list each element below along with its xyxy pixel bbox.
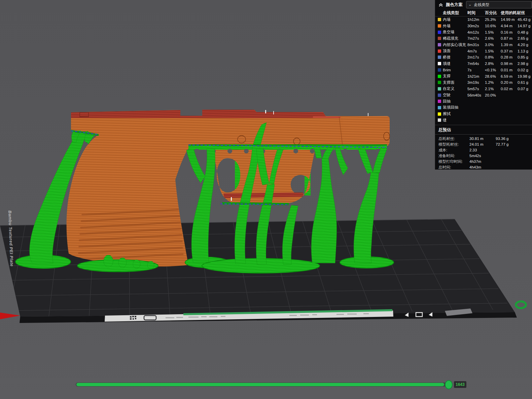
support-nub: [133, 260, 140, 268]
line-type-swatch: [438, 62, 441, 65]
line-type-row[interactable]: 内墙1h12m25.3%14.99 m45.43 g: [435, 16, 532, 23]
top-surface-band: [67, 107, 326, 118]
support-tree: [311, 158, 336, 263]
line-type-row[interactable]: 填缝7m54s2.8%0.98 m2.98 g: [435, 61, 532, 67]
line-type-swatch: [438, 100, 441, 103]
col-line-type: 走线类型: [443, 10, 467, 16]
view-type-dropdown[interactable]: ⌄ 走线类型: [466, 1, 532, 8]
panel-title: 颜色方案: [446, 2, 463, 8]
line-type-swatch: [438, 118, 441, 122]
totals-row: 总时间:4h43m: [435, 165, 532, 170]
line-type-table-header: 走线类型 时间 百分比 使用的耗材丝: [435, 9, 532, 16]
line-type-row[interactable]: 回抽: [435, 98, 532, 105]
support-tree: [358, 148, 373, 174]
line-type-row[interactable]: 稀疏填充7m27s2.6%0.87 m2.65 g: [435, 35, 532, 42]
plate-marker-ring-icon: [516, 301, 526, 308]
support-tree: [186, 149, 205, 183]
line-type-swatch: [438, 43, 441, 46]
collapse-panel-icon[interactable]: [438, 2, 443, 7]
layer-range-slider[interactable]: [76, 383, 447, 387]
support-nub: [104, 255, 113, 267]
pin-boss: [238, 136, 246, 143]
layer-number-badge: 1643: [454, 381, 466, 388]
line-type-row[interactable]: 缝: [435, 117, 532, 123]
line-type-swatch: [438, 81, 441, 84]
line-type-row[interactable]: 装填回抽: [435, 105, 532, 111]
support-tree: [373, 148, 387, 173]
line-type-swatch: [438, 112, 441, 116]
line-type-row[interactable]: 支撑面3m19s1.2%0.20 m0.61 g: [435, 79, 532, 86]
totals-row: 模型打印时间:4h37m: [435, 159, 532, 165]
col-time: 时间: [467, 10, 485, 16]
support-nub: [118, 258, 127, 268]
totals-row: 成本:2.33: [435, 147, 532, 153]
col-percent: 百分比: [485, 10, 501, 16]
totals-table: 总耗材丝:30.81 m93.36 g模型耗材丝:24.01 m72.77 g成…: [435, 134, 532, 170]
line-type-swatch: [438, 37, 441, 40]
line-type-swatch: [438, 49, 441, 53]
color-scheme-panel: 颜色方案 ⌄ 走线类型 走线类型 时间 百分比 使用的耗材丝 内墙1h12m25…: [435, 0, 532, 170]
line-type-swatch: [438, 18, 441, 21]
col-filament-used: 使用的耗材丝: [501, 10, 532, 16]
line-type-swatch: [438, 56, 441, 59]
line-type-row[interactable]: 桥接2m17s0.8%0.28 m0.85 g: [435, 54, 532, 61]
layer-slider-thumb[interactable]: [445, 380, 453, 389]
line-type-row[interactable]: 顶面4m7s1.5%0.37 m1.13 g: [435, 48, 532, 54]
pin-boss: [293, 138, 300, 145]
line-type-row[interactable]: 空驶56m40s20.0%: [435, 92, 532, 98]
line-type-table: 内墙1h12m25.3%14.99 m45.43 g外墙30m2s10.6%4.…: [435, 16, 532, 123]
line-type-row[interactable]: 悬空墙4m12s1.5%0.16 m0.48 g: [435, 29, 532, 35]
view-type-value: 走线类型: [474, 2, 489, 7]
line-type-swatch: [438, 106, 441, 109]
line-type-swatch: [438, 94, 441, 97]
panel-header: 颜色方案 ⌄ 走线类型: [435, 0, 532, 9]
pin-boss: [384, 132, 390, 140]
totals-row: 模型耗材丝:24.01 m72.77 g: [435, 142, 532, 147]
line-type-swatch: [438, 68, 441, 72]
layer-slider-fill: [76, 383, 444, 386]
totals-title: 总预估: [435, 125, 532, 134]
totals-row: 总耗材丝:30.81 m93.36 g: [435, 136, 532, 142]
line-type-swatch: [438, 87, 441, 90]
line-type-swatch: [438, 31, 441, 34]
x-axis-arrow-icon: [0, 313, 20, 319]
chevron-down-icon: ⌄: [468, 2, 471, 7]
line-type-swatch: [438, 24, 441, 28]
line-type-row[interactable]: 内部实心填充8m31s3.0%1.39 m4.20 g: [435, 42, 532, 48]
line-type-row[interactable]: 支撑1h21m28.6%6.59 m19.98 g: [435, 73, 532, 79]
line-type-swatch: [438, 75, 441, 78]
line-type-row[interactable]: 外墙30m2s10.6%4.94 m14.97 g: [435, 23, 532, 29]
support-nub: [147, 261, 154, 269]
line-type-row[interactable]: 自定义5m57s2.1%0.02 m0.07 g: [435, 86, 532, 92]
line-type-row[interactable]: 擦拭: [435, 111, 532, 117]
line-type-row[interactable]: Brim7s<0.1%0.01 m0.02 g: [435, 67, 532, 73]
totals-row: 准备时间:5m42s: [435, 153, 532, 159]
